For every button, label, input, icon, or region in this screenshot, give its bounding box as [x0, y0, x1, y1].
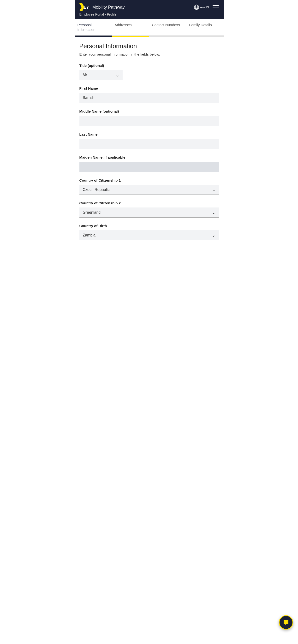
maiden-name-input[interactable] — [79, 162, 219, 172]
progress-segment-3 — [149, 36, 186, 37]
maiden-name-label: Maiden Name, if applicable — [79, 155, 219, 160]
svg-text:EY: EY — [84, 5, 89, 9]
progress-segment-4 — [186, 36, 223, 37]
hamburger-menu[interactable] — [213, 5, 219, 9]
last-name-input[interactable] — [79, 139, 219, 149]
last-name-label: Last Name — [79, 132, 219, 137]
language-label: en-US — [200, 6, 209, 9]
first-name-label: First Name — [79, 86, 219, 91]
nav-tabs: Personal Information Addresses Contact N… — [75, 19, 224, 36]
progress-segment-1 — [75, 36, 112, 37]
birth-country-select[interactable]: Zambia Zimbabwe South Africa — [79, 230, 219, 240]
maiden-name-field-group: Maiden Name, if applicable — [79, 155, 219, 172]
middle-name-field-group: Middle Name (optional) — [79, 109, 219, 126]
middle-name-input[interactable] — [79, 116, 219, 126]
app-title: Mobility Pathway — [92, 5, 125, 10]
citizenship2-select-wrapper: Greenland United Kingdom Canada ⌄ — [79, 208, 219, 218]
app-header: EY Mobility Pathway en-US Emplo — [75, 0, 224, 19]
middle-name-label: Middle Name (optional) — [79, 109, 219, 114]
ey-logo: EY — [79, 3, 89, 11]
title-field-group: Title (optional) Mr Mrs Ms Dr Prof ⌄ — [79, 63, 219, 80]
progress-segment-2 — [112, 36, 149, 37]
citizenship1-label: Country of Citizenship 1 — [79, 178, 219, 183]
page-subtitle: Enter your personal information in the f… — [79, 52, 219, 56]
tab-contact-numbers[interactable]: Contact Numbers — [149, 19, 186, 36]
citizenship1-select[interactable]: Czech Republic United States Germany Fra… — [79, 185, 219, 195]
title-select-wrapper: Mr Mrs Ms Dr Prof ⌄ — [79, 70, 123, 80]
last-name-field-group: Last Name — [79, 132, 219, 149]
birth-country-label: Country of Birth — [79, 223, 219, 228]
citizenship1-field-group: Country of Citizenship 1 Czech Republic … — [79, 178, 219, 195]
header-right: en-US — [194, 4, 219, 10]
birth-country-select-wrapper: Zambia Zimbabwe South Africa ⌄ — [79, 230, 219, 240]
language-selector[interactable]: en-US — [194, 4, 209, 10]
first-name-field-group: First Name — [79, 86, 219, 103]
page-title: Personal Information — [79, 42, 219, 50]
logo-area: EY Mobility Pathway — [79, 3, 125, 11]
progress-bar — [75, 36, 224, 37]
page-content: Personal Information Enter your personal… — [75, 37, 224, 252]
title-label: Title (optional) — [79, 63, 219, 68]
birth-country-field-group: Country of Birth Zambia Zimbabwe South A… — [79, 223, 219, 240]
title-select[interactable]: Mr Mrs Ms Dr Prof — [79, 70, 123, 80]
subtitle: Employee Portal - Profile — [79, 12, 219, 16]
citizenship2-label: Country of Citizenship 2 — [79, 200, 219, 206]
globe-icon — [194, 4, 199, 10]
first-name-input[interactable] — [79, 93, 219, 103]
tab-personal-information[interactable]: Personal Information — [75, 19, 112, 36]
tab-addresses[interactable]: Addresses — [112, 19, 149, 36]
citizenship2-field-group: Country of Citizenship 2 Greenland Unite… — [79, 200, 219, 218]
citizenship1-select-wrapper: Czech Republic United States Germany Fra… — [79, 185, 219, 195]
tab-family-details[interactable]: Family Details — [186, 19, 223, 36]
citizenship2-select[interactable]: Greenland United Kingdom Canada — [79, 208, 219, 218]
